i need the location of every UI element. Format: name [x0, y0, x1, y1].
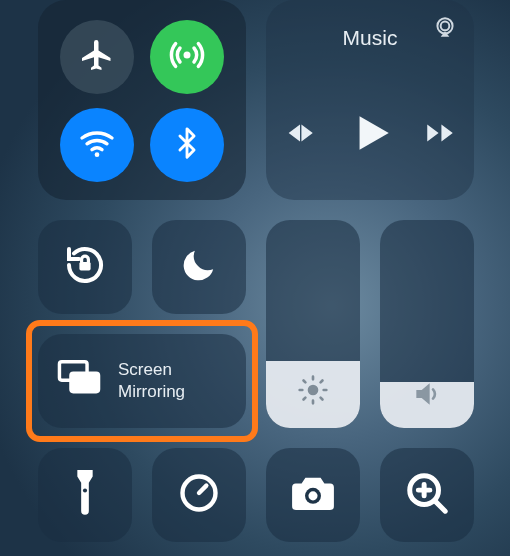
svg-point-8: [83, 488, 87, 492]
svg-point-11: [308, 491, 317, 500]
airplane-mode-toggle[interactable]: [60, 20, 134, 94]
moon-icon: [179, 245, 219, 289]
flashlight-icon: [72, 470, 98, 520]
rotation-lock-icon: [61, 241, 109, 293]
svg-point-0: [184, 52, 191, 59]
camera-button[interactable]: [266, 448, 360, 542]
brightness-slider[interactable]: [266, 220, 360, 428]
media-controls: [266, 108, 474, 162]
connectivity-panel[interactable]: [38, 0, 246, 200]
volume-slider[interactable]: [380, 220, 474, 428]
timer-button[interactable]: [152, 448, 246, 542]
flashlight-button[interactable]: [38, 448, 132, 542]
screen-mirroring-button[interactable]: Screen Mirroring: [38, 334, 246, 428]
brightness-icon: [297, 374, 329, 410]
svg-rect-6: [71, 373, 99, 391]
screen-mirroring-icon: [56, 359, 102, 403]
volume-icon: [411, 378, 443, 414]
airplane-icon: [79, 37, 115, 77]
wifi-icon: [77, 123, 117, 167]
magnifier-button[interactable]: [380, 448, 474, 542]
svg-point-1: [95, 152, 100, 157]
magnifier-icon: [404, 470, 450, 520]
screen-mirroring-label: Screen Mirroring: [118, 359, 185, 403]
play-button[interactable]: [345, 108, 395, 162]
svg-point-7: [308, 385, 319, 396]
bluetooth-icon: [170, 126, 204, 164]
control-center: Music Screen Mirroring: [0, 0, 510, 556]
cellular-data-toggle[interactable]: [150, 20, 224, 94]
do-not-disturb-toggle[interactable]: [152, 220, 246, 314]
cellular-icon: [166, 34, 208, 80]
next-track-button[interactable]: [423, 116, 457, 154]
previous-track-button[interactable]: [283, 116, 317, 154]
timer-icon: [177, 471, 221, 519]
media-panel[interactable]: Music: [266, 0, 474, 200]
rotation-lock-toggle[interactable]: [38, 220, 132, 314]
media-title: Music: [266, 26, 474, 50]
wifi-toggle[interactable]: [60, 108, 134, 182]
bluetooth-toggle[interactable]: [150, 108, 224, 182]
camera-icon: [290, 474, 336, 516]
